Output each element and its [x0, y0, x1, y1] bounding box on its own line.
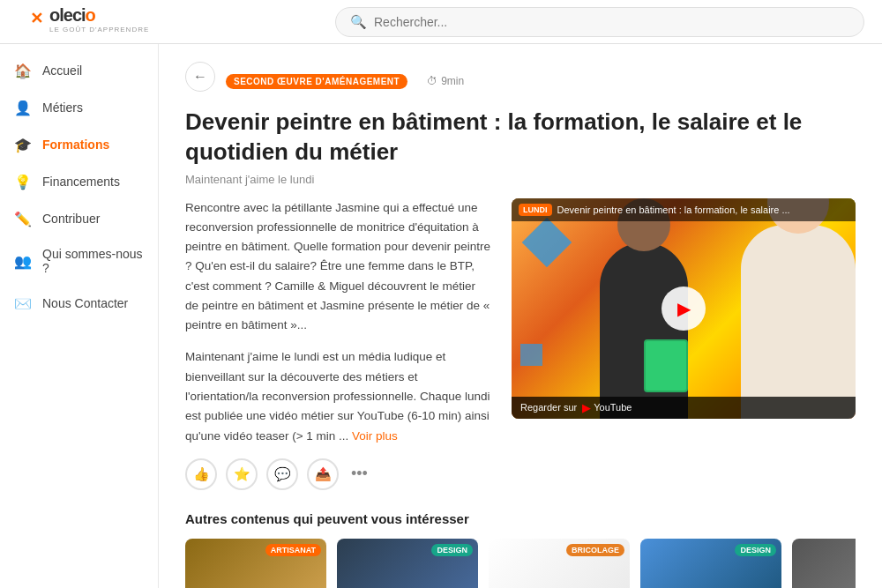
- share-button[interactable]: 📤: [307, 458, 339, 490]
- bottom-section: Autres contenus qui peuvent vous intéres…: [185, 511, 856, 588]
- card-2[interactable]: DESIGN lon industriel ▶: [337, 539, 478, 588]
- content-area: ← SECOND ŒUVRE D'AMÉNAGEMENT ⏱ 9min Deve…: [159, 44, 882, 588]
- sidebar-item-qui-sommes-nous[interactable]: 👥 Qui sommes-nous ?: [0, 238, 158, 284]
- watch-label: Regarder sur: [520, 402, 577, 413]
- back-button[interactable]: ←: [185, 62, 215, 92]
- sidebar-item-metiers[interactable]: 👤 Métiers: [0, 90, 158, 125]
- card-1-tag: ARTISANAT: [265, 544, 321, 556]
- video-title: Devenir peintre en bâtiment : la formati…: [557, 205, 790, 215]
- card-5[interactable]: DESIGN ▶: [792, 539, 856, 588]
- card-4[interactable]: DESIGN ▶: [640, 539, 781, 588]
- sidebar-label-metiers: Métiers: [42, 100, 83, 115]
- sidebar-label-financements: Financements: [42, 175, 120, 189]
- article-tag: SECOND ŒUVRE D'AMÉNAGEMENT: [226, 74, 407, 89]
- article-actions: 👍 ⭐ 💬 📤 •••: [185, 458, 490, 490]
- sidebar-label-formations: Formations: [42, 138, 109, 152]
- logo-subtitle: LE GOÛT D'APPRENDRE: [49, 26, 149, 33]
- search-icon: 🔍: [350, 14, 367, 30]
- sidebar-item-formations[interactable]: 🎓 Formations: [0, 127, 158, 162]
- see-more-link[interactable]: Voir plus: [352, 429, 398, 443]
- clock-icon: ⏱: [427, 75, 437, 87]
- like-button[interactable]: 👍: [185, 458, 217, 490]
- sidebar-label-contribuer: Contribuer: [42, 212, 100, 226]
- logo-text: olecio: [49, 5, 95, 25]
- card-3[interactable]: BRICOLAGE installer un lo... ▶: [489, 539, 630, 588]
- sidebar-label-qui: Qui sommes-nous ?: [42, 247, 144, 275]
- article-paragraph-2: Maintenant j'aime le lundi est un média …: [185, 347, 490, 445]
- sidebar-nav: 🏠 Accueil 👤 Métiers 🎓 Formations 💡 Finan…: [0, 53, 158, 330]
- metiers-icon: 👤: [14, 99, 32, 116]
- more-button[interactable]: •••: [351, 465, 368, 483]
- topbar: ✕ olecio LE GOÛT D'APPRENDRE 🔍: [0, 0, 882, 44]
- search-bar[interactable]: 🔍: [335, 7, 864, 37]
- card-2-tag: DESIGN: [431, 544, 473, 556]
- card-1[interactable]: ARTISANAT ▶: [185, 539, 326, 588]
- comment-button[interactable]: 💬: [266, 458, 298, 490]
- video-panel[interactable]: LUNDI Devenir peintre en bâtiment : la f…: [512, 198, 856, 419]
- youtube-icon: ▶: [582, 401, 591, 414]
- formations-icon: 🎓: [14, 136, 32, 153]
- qui-icon: 👥: [14, 252, 32, 270]
- search-input[interactable]: [374, 15, 849, 29]
- sidebar-item-accueil[interactable]: 🏠 Accueil: [0, 53, 158, 88]
- sidebar-item-financements[interactable]: 💡 Financements: [0, 164, 158, 199]
- contact-icon: ✉️: [14, 294, 32, 312]
- video-title-bar: LUNDI Devenir peintre en bâtiment : la f…: [512, 198, 856, 221]
- sidebar: 🏠 Accueil 👤 Métiers 🎓 Formations 💡 Finan…: [0, 44, 159, 588]
- sidebar-label-contact: Nous Contacter: [42, 296, 128, 310]
- time-badge: ⏱ 9min: [427, 75, 464, 87]
- cards-row: ARTISANAT ▶ DESIGN lon industriel ▶ BRIC…: [185, 539, 856, 588]
- financements-icon: 💡: [14, 173, 32, 190]
- card-3-tag: BRICOLAGE: [566, 544, 624, 556]
- sidebar-label-accueil: Accueil: [42, 63, 82, 78]
- home-icon: 🏠: [14, 62, 32, 79]
- card-4-tag: DESIGN: [735, 544, 776, 556]
- contribuer-icon: ✏️: [14, 210, 32, 227]
- play-icon: ▶: [677, 298, 691, 319]
- video-thumbnail: LUNDI Devenir peintre en bâtiment : la f…: [512, 198, 856, 419]
- video-footer: Regarder sur ▶ YouTube: [512, 397, 856, 419]
- article-body: Rencontre avec la pétillante Jasmine qui…: [185, 198, 856, 490]
- article-paragraph-1: Rencontre avec la pétillante Jasmine qui…: [185, 198, 490, 336]
- article-source: Maintenant j'aime le lundi: [185, 173, 856, 186]
- sidebar-item-nous-contacter[interactable]: ✉️ Nous Contacter: [0, 286, 158, 321]
- article-text-block: Rencontre avec la pétillante Jasmine qui…: [185, 198, 490, 490]
- sidebar-item-contribuer[interactable]: ✏️ Contribuer: [0, 201, 158, 236]
- video-play-button[interactable]: ▶: [662, 287, 706, 331]
- lundi-badge: LUNDI: [519, 204, 552, 216]
- youtube-logo: ▶ YouTube: [582, 401, 632, 414]
- main-layout: 🏠 Accueil 👤 Métiers 🎓 Formations 💡 Finan…: [0, 44, 882, 588]
- article-title: Devenir peintre en bâtiment : la formati…: [185, 108, 856, 167]
- bookmark-button[interactable]: ⭐: [226, 458, 258, 490]
- bottom-title: Autres contenus qui peuvent vous intéres…: [185, 511, 856, 526]
- close-button[interactable]: ✕: [30, 9, 43, 28]
